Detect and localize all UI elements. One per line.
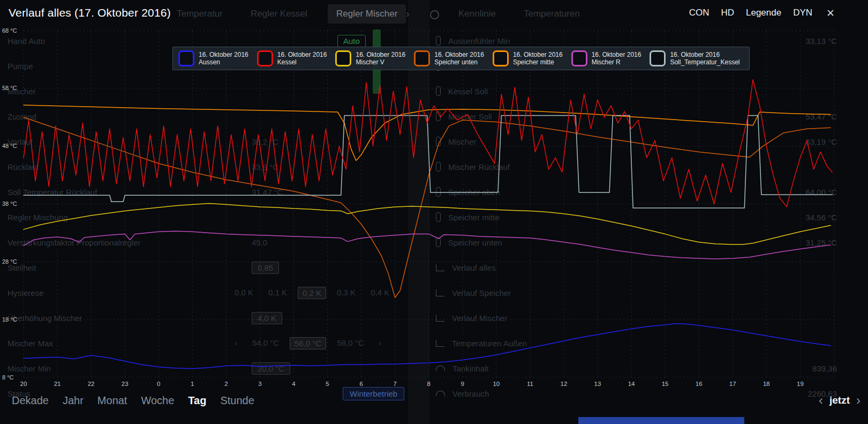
legend-swatch-icon <box>335 50 351 66</box>
legend-date: 16. Oktober 2016 <box>670 51 739 58</box>
legend-swatch-icon <box>650 50 666 66</box>
legend-entry-Speicher unten[interactable]: 16. Oktober 2016Speicher unten <box>414 50 488 66</box>
y-axis-label: 18 °C <box>2 316 17 323</box>
x-axis-label: 19 <box>797 381 804 387</box>
legend-swatch-icon <box>571 50 587 66</box>
legend-swatch-icon <box>257 50 273 66</box>
legend-series-name: Speicher unten <box>434 58 484 66</box>
range-nav: DekadeJahrMonatWocheTagStunde <box>0 395 254 407</box>
x-axis-label: 11 <box>527 381 533 387</box>
legend-series-name: Aussen <box>199 58 248 66</box>
series-line-Speicher mitte <box>24 105 831 161</box>
x-axis-label: 1 <box>191 381 194 387</box>
now-button[interactable]: jetzt <box>829 395 850 406</box>
legend-date: 16. Oktober 2016 <box>434 51 484 58</box>
series-line-Mischer V <box>24 203 831 244</box>
next-button[interactable]: › <box>856 395 861 406</box>
legend-date: 16. Oktober 2016 <box>592 51 641 58</box>
legend-entry-Soll_Temperatur_Kessel[interactable]: 16. Oktober 2016Soll_Temperatur_Kessel <box>650 50 744 66</box>
range-stunde[interactable]: Stunde <box>220 395 254 407</box>
y-axis-label: 48 °C <box>2 143 17 149</box>
header-control-con[interactable]: CON <box>689 8 710 18</box>
x-axis-label: 3 <box>258 381 261 387</box>
legend-text: 16. Oktober 2016Speicher mitte <box>513 51 563 66</box>
y-axis-label: 58 °C <box>2 85 17 91</box>
header-control-dyn[interactable]: DYN <box>793 8 812 18</box>
bottombar: DekadeJahrMonatWocheTagStunde ‹ jetzt › <box>0 389 868 424</box>
y-axis-label: 28 °C <box>2 258 17 265</box>
legend-swatch-icon <box>414 50 430 66</box>
legend-entry-Kessel[interactable]: 16. Oktober 2016Kessel <box>257 50 331 66</box>
legend-date: 16. Oktober 2016 <box>277 51 327 58</box>
x-axis-label: 21 <box>54 381 61 387</box>
x-axis-label: 23 <box>122 381 129 387</box>
header-controls: CONHDLegendeDYN ✕ <box>689 7 835 19</box>
range-dekade[interactable]: Dekade <box>12 395 49 407</box>
time-nav: ‹ jetzt › <box>819 395 868 406</box>
verlauf-window: TemperaturRegler KesselRegler MischerKen… <box>0 0 868 424</box>
series-line-Mischer R <box>24 231 831 259</box>
legend-series-name: Mischer R <box>592 58 641 66</box>
range-woche[interactable]: Woche <box>141 395 174 407</box>
temperature-chart: 68 °C58 °C48 °C38 °C28 °C18 °C8 °C202122… <box>0 26 868 390</box>
header-control-legende[interactable]: Legende <box>746 8 781 18</box>
legend-text: 16. Oktober 2016Mischer R <box>592 51 641 66</box>
close-icon[interactable]: ✕ <box>826 7 835 19</box>
range-tag[interactable]: Tag <box>188 395 206 407</box>
titlebar: Verlauf alles (17. Oktober 2016) CONHDLe… <box>0 0 868 26</box>
legend-entry-Aussen[interactable]: 16. Oktober 2016Aussen <box>178 50 253 66</box>
header-buttons: CONHDLegendeDYN <box>689 8 812 18</box>
x-axis-label: 15 <box>662 381 669 387</box>
x-axis-label: 20 <box>20 381 27 387</box>
x-axis-label: 8 <box>427 381 430 387</box>
legend-series-name: Kessel <box>277 58 327 66</box>
legend-text: 16. Oktober 2016Kessel <box>277 51 327 66</box>
series-line-Speicher unten <box>24 117 831 298</box>
y-axis-label: 68 °C <box>2 27 17 34</box>
x-axis-label: 5 <box>326 381 329 387</box>
legend-text: 16. Oktober 2016Speicher unten <box>434 51 484 66</box>
legend-text: 16. Oktober 2016Aussen <box>199 51 248 66</box>
y-axis-label: 8 °C <box>2 374 14 381</box>
x-axis-label: 14 <box>628 381 635 387</box>
range-monat[interactable]: Monat <box>97 395 127 407</box>
y-axis-label: 38 °C <box>2 200 17 207</box>
legend-date: 16. Oktober 2016 <box>356 51 405 58</box>
x-axis-label: 18 <box>763 381 770 387</box>
range-jahr[interactable]: Jahr <box>63 395 84 407</box>
x-axis-label: 9 <box>461 381 464 387</box>
legend-series-name: Soll_Temperatur_Kessel <box>670 58 739 66</box>
x-axis-label: 2 <box>224 381 228 387</box>
x-axis-label: 0 <box>157 381 160 387</box>
legend-text: 16. Oktober 2016Mischer V <box>356 51 405 66</box>
legend-swatch-icon <box>493 50 509 66</box>
legend-series-name: Speicher mitte <box>513 58 563 66</box>
x-axis-label: 17 <box>729 381 736 387</box>
x-axis-label: 7 <box>393 381 396 387</box>
legend-entry-Speicher mitte[interactable]: 16. Oktober 2016Speicher mitte <box>493 50 567 66</box>
x-axis-label: 13 <box>594 381 601 387</box>
x-axis-label: 16 <box>696 381 703 387</box>
x-axis-label: 22 <box>88 381 95 387</box>
legend-text: 16. Oktober 2016Soll_Temperatur_Kessel <box>670 51 739 66</box>
header-control-hd[interactable]: HD <box>721 8 734 18</box>
legend-swatch-icon <box>178 50 194 66</box>
legend-entry-Mischer V[interactable]: 16. Oktober 2016Mischer V <box>335 50 410 66</box>
x-axis-label: 12 <box>561 381 568 387</box>
legend-entry-Mischer R[interactable]: 16. Oktober 2016Mischer R <box>571 50 646 66</box>
x-axis-label: 4 <box>292 381 296 387</box>
x-axis-label: 6 <box>359 381 363 387</box>
chart-legend: 16. Oktober 2016Aussen16. Oktober 2016Ke… <box>172 47 750 70</box>
series-line-Aussen <box>24 324 831 369</box>
x-axis-label: 10 <box>493 381 500 387</box>
prev-button[interactable]: ‹ <box>819 395 823 406</box>
legend-date: 16. Oktober 2016 <box>513 51 563 58</box>
legend-series-name: Mischer V <box>356 58 405 66</box>
page-title: Verlauf alles (17. Oktober 2016) <box>9 6 171 19</box>
legend-date: 16. Oktober 2016 <box>199 51 248 58</box>
